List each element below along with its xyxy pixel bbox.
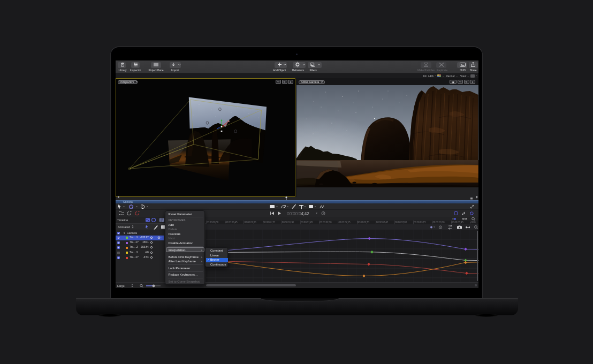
- svg-text:4;42: 4;42: [301, 211, 309, 216]
- svg-text:00:00:0: 00:00:0: [287, 211, 301, 216]
